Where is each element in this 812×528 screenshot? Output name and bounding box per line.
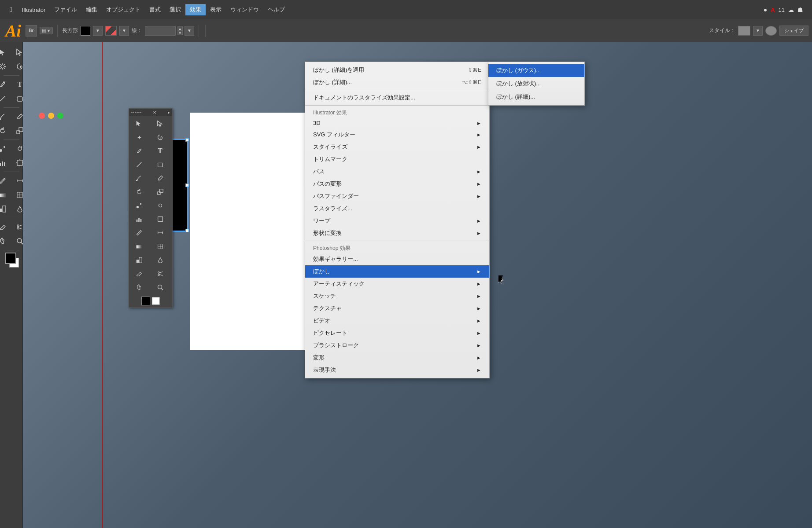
fp-bg-color[interactable] [152, 297, 160, 305]
eraser-tool[interactable] [0, 220, 11, 234]
menubar-window[interactable]: ウィンドウ [226, 4, 263, 15]
menu-warp[interactable]: ワープ ► [305, 215, 489, 227]
fp-magic-wand[interactable]: ✦ [130, 131, 148, 144]
fp-rotate[interactable] [130, 185, 148, 198]
fp-lasso[interactable] [151, 131, 170, 144]
hand-tool[interactable] [0, 235, 11, 248]
fp-pen[interactable] [130, 144, 148, 158]
style-dropdown[interactable]: ▼ [753, 26, 763, 36]
menubar-edit[interactable]: 編集 [81, 4, 102, 15]
menubar-effect[interactable]: 効果 [185, 4, 206, 15]
fp-graph[interactable] [130, 213, 148, 226]
fp-brush[interactable] [130, 172, 148, 185]
foreground-color[interactable] [5, 253, 16, 264]
eyedropper-tool[interactable] [0, 174, 11, 187]
menu-pixelate[interactable]: ピクセレート ► [305, 327, 489, 339]
menu-sketch[interactable]: スケッチ ► [305, 290, 489, 302]
magic-wand-tool[interactable] [0, 60, 11, 73]
fp-scale[interactable] [151, 185, 170, 198]
window-close-btn[interactable] [39, 113, 45, 119]
submenu-radial-blur[interactable]: ぼかし (放射状)... [488, 77, 584, 90]
rotate-tool[interactable] [0, 124, 11, 137]
fp-rect[interactable] [151, 158, 170, 171]
fp-scissors2[interactable] [151, 267, 170, 280]
pen-tool[interactable] [0, 78, 11, 91]
menu-path-distort[interactable]: パスの変形 ► [305, 178, 489, 190]
fill-options[interactable]: ▼ [93, 26, 103, 36]
menu-trim-marks[interactable]: トリムマーク [305, 153, 489, 165]
menu-stylize2[interactable]: 表現手法 ► [305, 364, 489, 376]
stroke-value-input[interactable] [145, 26, 176, 36]
live-paint-tool[interactable] [0, 202, 11, 216]
graph-tool[interactable] [0, 156, 11, 169]
menubar-help[interactable]: ヘルプ [263, 4, 289, 15]
apple-menu[interactable]:  [4, 4, 18, 15]
gradient-tool[interactable] [0, 188, 11, 202]
window-maximize-btn[interactable] [57, 113, 63, 119]
menu-effect-gallery[interactable]: 効果ギャラリー... [305, 253, 489, 265]
menu-texture[interactable]: テクスチャ ► [305, 302, 489, 315]
menubar-illustrator[interactable]: Illustrator [18, 5, 50, 15]
stroke-dropdown[interactable]: ▼ [185, 26, 194, 36]
paintbrush-tool[interactable] [0, 110, 11, 123]
menu-blur[interactable]: ぼかし ► [305, 265, 489, 278]
fp-live[interactable] [130, 253, 148, 267]
fp-pencil[interactable] [151, 172, 170, 185]
menu-stylize[interactable]: スタイライズ ► [305, 141, 489, 153]
fp-eyedropper[interactable] [130, 226, 148, 239]
fp-hand2[interactable] [130, 281, 148, 294]
window-minimize-btn[interactable] [48, 113, 54, 119]
opacity-btn[interactable] [765, 26, 777, 36]
handle-top-right[interactable] [185, 138, 189, 142]
handle-bottom-right[interactable] [185, 229, 189, 232]
fp-eraser2[interactable] [130, 267, 148, 280]
fp-direct-selection[interactable] [151, 117, 170, 130]
fp-line[interactable] [130, 158, 148, 171]
fp-symbol[interactable] [151, 199, 170, 212]
menu-video[interactable]: ビデオ ► [305, 315, 489, 327]
fp-gradient2[interactable] [130, 240, 148, 253]
fp-blend[interactable] [130, 199, 148, 212]
menu-convert-shape[interactable]: 形状に変換 ► [305, 227, 489, 239]
fp-liveb[interactable] [151, 253, 170, 267]
shape-button[interactable]: シェイプ [779, 26, 808, 36]
submenu-gaussian-blur[interactable]: ぼかし (ガウス)... [488, 64, 584, 77]
menu-svg-filter[interactable]: SVG フィルター ► [305, 128, 489, 141]
fp-selection[interactable] [130, 117, 148, 130]
line-tool[interactable] [0, 92, 11, 105]
stroke-swatch[interactable] [105, 26, 117, 36]
view-options-btn[interactable]: ▤ ▼ [40, 27, 53, 34]
menubar-type[interactable]: 書式 [145, 4, 165, 15]
fp-mesh2[interactable] [151, 240, 170, 253]
menu-distort[interactable]: 変形 ► [305, 352, 489, 364]
submenu-smart-blur[interactable]: ぼかし (詳細)... [488, 90, 584, 103]
menubar-select[interactable]: 選択 [165, 4, 185, 15]
menubar-object[interactable]: オブジェクト [102, 4, 145, 15]
blend-tool[interactable] [0, 142, 11, 155]
menu-path[interactable]: パス ► [305, 165, 489, 178]
handle-mid-right[interactable] [185, 183, 189, 187]
menubar-view[interactable]: 表示 [206, 4, 226, 15]
fp-type[interactable]: T [151, 144, 170, 158]
selection-tool[interactable] [0, 46, 11, 59]
fp-fg-color[interactable] [141, 297, 150, 305]
panel-collapse-btn[interactable]: ▸ [168, 110, 170, 115]
menu-rasterize-settings[interactable]: ドキュメントのラスタライズ効果設定... [305, 92, 489, 104]
menu-3d[interactable]: 3D ► [305, 117, 489, 128]
fp-measure[interactable] [151, 226, 170, 239]
fp-artboard[interactable] [151, 213, 170, 226]
stroke-options[interactable]: ▼ [119, 26, 129, 36]
menu-pathfinder[interactable]: パスファインダー ► [305, 190, 489, 202]
fp-zoom2[interactable] [151, 281, 170, 294]
fill-swatch[interactable] [81, 26, 90, 36]
menu-brush-stroke[interactable]: ブラシストローク ► [305, 339, 489, 352]
menubar-file[interactable]: ファイル [50, 4, 81, 15]
bridge-btn[interactable]: Br [26, 25, 37, 37]
float-panel-header[interactable]: ✕ ▸ [129, 109, 172, 116]
style-swatch[interactable] [738, 26, 750, 36]
panel-close-btn[interactable]: ✕ [153, 110, 156, 115]
menu-artistic[interactable]: アーティスティック ► [305, 278, 489, 290]
menu-blur-detail[interactable]: ぼかし (詳細)... ⌥⇧⌘E [305, 76, 489, 88]
menu-rasterize[interactable]: ラスタライズ... [305, 202, 489, 215]
stroke-stepper[interactable]: ▲ ▼ [177, 26, 183, 35]
